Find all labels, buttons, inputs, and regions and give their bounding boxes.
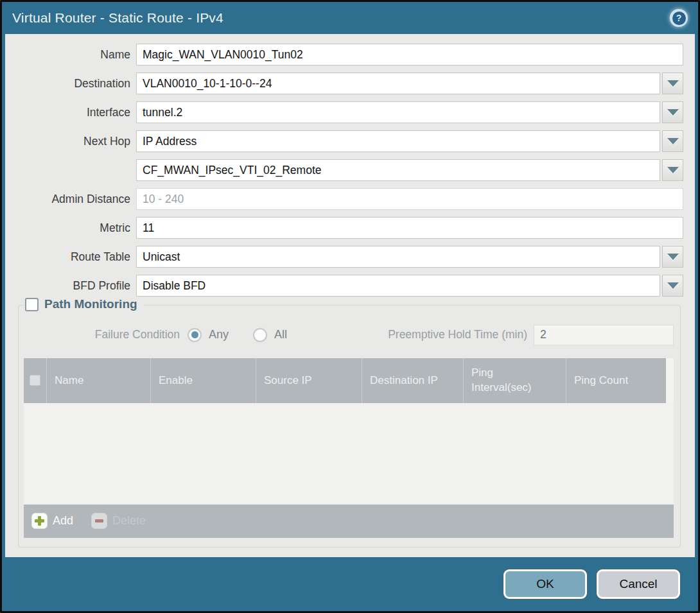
column-header-source-ip[interactable]: Source IP xyxy=(256,358,362,403)
destination-dropdown[interactable]: VLAN0010_10-1-10-0--24 xyxy=(136,73,683,94)
path-monitoring-title: Path Monitoring xyxy=(44,297,137,311)
next-hop-row: Next Hop IP Address xyxy=(14,130,683,152)
route-table-value: Unicast xyxy=(136,246,660,268)
add-button[interactable]: Add xyxy=(31,513,73,529)
cancel-button[interactable]: Cancel xyxy=(597,569,680,599)
delete-button[interactable]: Delete xyxy=(91,513,146,529)
interface-dropdown[interactable]: tunnel.2 xyxy=(136,101,683,123)
chevron-down-icon xyxy=(667,282,679,289)
next-hop-address-dropdown[interactable]: CF_MWAN_IPsec_VTI_02_Remote xyxy=(136,159,683,181)
failure-condition-all-option[interactable]: All xyxy=(253,328,287,342)
chevron-down-icon xyxy=(667,80,679,87)
name-input[interactable] xyxy=(136,44,683,65)
destination-value: VLAN0010_10-1-10-0--24 xyxy=(136,73,660,94)
chevron-down-icon xyxy=(667,254,679,260)
column-header-destination-ip[interactable]: Destination IP xyxy=(362,358,464,403)
table-toolbar: Add Delete xyxy=(24,505,674,538)
column-header-name[interactable]: Name xyxy=(47,358,151,403)
interface-label: Interface xyxy=(14,106,136,119)
route-table-dropdown[interactable]: Unicast xyxy=(136,246,683,268)
preemptive-hold-time-label: Preemptive Hold Time (min) xyxy=(388,328,534,341)
interface-row: Interface tunnel.2 xyxy=(14,101,683,123)
admin-distance-input[interactable] xyxy=(136,188,683,210)
ok-button[interactable]: OK xyxy=(503,569,587,599)
bfd-profile-dropdown-button[interactable] xyxy=(662,275,683,297)
path-monitoring-legend: Path Monitoring xyxy=(24,297,144,311)
route-table-row: Route Table Unicast xyxy=(14,246,683,268)
dialog-footer: OK Cancel xyxy=(2,557,698,611)
next-hop-label: Next Hop xyxy=(14,135,136,148)
delete-minus-icon xyxy=(91,513,107,529)
next-hop-address-row: CF_MWAN_IPsec_VTI_02_Remote xyxy=(14,159,683,181)
dialog-title: Virtual Router - Static Route - IPv4 xyxy=(12,10,223,26)
select-all-checkbox[interactable] xyxy=(30,375,40,386)
add-plus-icon xyxy=(31,513,48,529)
path-monitoring-checkbox[interactable] xyxy=(25,298,39,311)
table-header-row: Name Enable Source IP Destination IP Pin… xyxy=(24,358,674,403)
next-hop-address-value: CF_MWAN_IPsec_VTI_02_Remote xyxy=(136,159,660,181)
add-button-label: Add xyxy=(53,514,73,528)
metric-input[interactable] xyxy=(136,217,683,239)
chevron-down-icon xyxy=(667,167,679,173)
destination-row: Destination VLAN0010_10-1-10-0--24 xyxy=(14,73,683,94)
failure-condition-label: Failure Condition xyxy=(24,328,188,341)
column-header-ping-interval[interactable]: Ping Interval(sec) xyxy=(464,358,566,403)
bfd-profile-row: BFD Profile Disable BFD xyxy=(14,275,683,297)
table-body-empty xyxy=(24,403,674,505)
name-row: Name xyxy=(14,44,683,65)
destination-dropdown-button[interactable] xyxy=(662,73,683,94)
next-hop-type-dropdown-button[interactable] xyxy=(662,130,683,152)
chevron-down-icon xyxy=(667,138,679,144)
scrollbar-gutter xyxy=(666,358,674,403)
admin-distance-label: Admin Distance xyxy=(14,193,136,206)
metric-label: Metric xyxy=(14,221,136,235)
radio-any-icon[interactable] xyxy=(188,328,202,342)
radio-all-icon[interactable] xyxy=(253,328,267,342)
next-hop-type-value: IP Address xyxy=(136,130,660,152)
column-select-all[interactable] xyxy=(24,358,47,403)
delete-button-label: Delete xyxy=(112,514,146,528)
column-header-enable[interactable]: Enable xyxy=(151,358,256,403)
failure-condition-row: Failure Condition Any All Preemptive Hol… xyxy=(24,324,674,347)
name-label: Name xyxy=(14,48,136,62)
path-monitoring-table: Name Enable Source IP Destination IP Pin… xyxy=(24,358,674,538)
help-icon: ? xyxy=(672,12,686,25)
metric-row: Metric xyxy=(14,217,683,239)
route-table-dropdown-button[interactable] xyxy=(662,246,683,268)
dialog-content: Name Destination VLAN0010_10-1-10-0--24 … xyxy=(5,34,695,557)
interface-dropdown-button[interactable] xyxy=(662,101,683,123)
interface-value: tunnel.2 xyxy=(136,101,660,123)
next-hop-address-dropdown-button[interactable] xyxy=(662,159,683,181)
bfd-profile-dropdown[interactable]: Disable BFD xyxy=(136,275,683,297)
failure-condition-any-option[interactable]: Any xyxy=(188,328,229,342)
static-route-dialog: Virtual Router - Static Route - IPv4 ? N… xyxy=(0,0,700,613)
dialog-titlebar: Virtual Router - Static Route - IPv4 ? xyxy=(2,2,698,34)
bfd-profile-value: Disable BFD xyxy=(136,275,660,297)
chevron-down-icon xyxy=(667,109,679,116)
radio-all-label: All xyxy=(274,328,287,341)
bfd-profile-label: BFD Profile xyxy=(14,279,136,293)
route-table-label: Route Table xyxy=(14,250,136,264)
preemptive-hold-time-input[interactable] xyxy=(534,325,674,345)
destination-label: Destination xyxy=(14,77,136,91)
admin-distance-row: Admin Distance xyxy=(14,188,683,210)
column-header-ping-count[interactable]: Ping Count xyxy=(566,358,666,403)
path-monitoring-section: Path Monitoring Failure Condition Any Al… xyxy=(18,305,681,548)
help-button[interactable]: ? xyxy=(670,9,688,27)
radio-any-label: Any xyxy=(209,328,229,341)
next-hop-type-dropdown[interactable]: IP Address xyxy=(136,130,683,152)
